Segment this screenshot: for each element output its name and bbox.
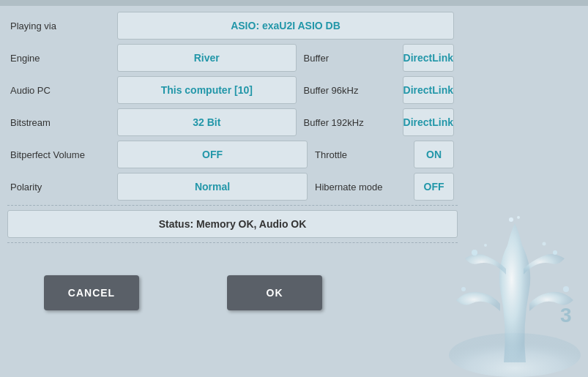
- hibernate-value[interactable]: OFF: [414, 173, 454, 201]
- main-container: Playing via ASIO: exaU2I ASIO DB Engine …: [0, 0, 588, 377]
- buffer192-right: Buffer 192kHz DirectLink: [297, 108, 454, 136]
- hibernate-right: Hibernate mode OFF: [308, 173, 454, 201]
- bitperfect-left: Bitperfect Volume OFF: [7, 141, 308, 168]
- svg-point-7: [484, 244, 487, 247]
- audio-pc-label: Audio PC: [7, 85, 117, 96]
- svg-text:3: 3: [560, 304, 572, 326]
- status-bar: Status: Memory OK, Audio OK: [7, 210, 458, 238]
- water-splash-decoration: 3: [442, 216, 588, 377]
- engine-label: Engine: [7, 53, 117, 64]
- audio-pc-left: Audio PC This computer [10]: [7, 76, 297, 104]
- content-area: Playing via ASIO: exaU2I ASIO DB Engine …: [0, 6, 461, 253]
- top-bar: [0, 0, 588, 6]
- svg-point-8: [543, 242, 546, 246]
- svg-point-6: [517, 216, 520, 219]
- bitstream-label: Bitstream: [7, 117, 117, 128]
- polarity-row: Polarity Normal Hibernate mode OFF: [7, 173, 454, 201]
- buffer192-value[interactable]: DirectLink: [403, 108, 454, 136]
- divider-bottom: [7, 242, 458, 243]
- buffer96-label: Buffer 96kHz: [297, 85, 403, 96]
- buffer-label: Buffer: [297, 53, 403, 64]
- buffer192-label: Buffer 192kHz: [297, 117, 403, 128]
- bitperfect-value[interactable]: OFF: [117, 141, 308, 168]
- svg-point-3: [461, 287, 466, 291]
- bitstream-value[interactable]: 32 Bit: [117, 108, 297, 136]
- ok-button[interactable]: OK: [227, 275, 322, 310]
- engine-value[interactable]: River: [117, 44, 297, 72]
- bitperfect-row: Bitperfect Volume OFF Throttle ON: [7, 141, 454, 168]
- svg-point-4: [563, 286, 569, 292]
- audio-pc-value[interactable]: This computer [10]: [117, 76, 297, 104]
- bitperfect-label: Bitperfect Volume: [7, 149, 117, 160]
- buffer-value[interactable]: DirectLink: [403, 44, 454, 72]
- svg-point-5: [509, 217, 513, 222]
- throttle-right: Throttle ON: [308, 141, 454, 168]
- buffer-right: Buffer DirectLink: [297, 44, 454, 72]
- throttle-value[interactable]: ON: [414, 141, 454, 168]
- playing-via-value[interactable]: ASIO: exaU2I ASIO DB: [117, 12, 454, 40]
- bitstream-left: Bitstream 32 Bit: [7, 108, 297, 136]
- svg-point-2: [553, 250, 557, 255]
- playing-via-row: Playing via ASIO: exaU2I ASIO DB: [7, 12, 454, 40]
- engine-row: Engine River Buffer DirectLink: [7, 44, 454, 72]
- cancel-button[interactable]: CANCEL: [44, 275, 139, 310]
- throttle-label: Throttle: [308, 149, 414, 160]
- polarity-value[interactable]: Normal: [117, 173, 308, 201]
- bitstream-row: Bitstream 32 Bit Buffer 192kHz DirectLin…: [7, 108, 454, 136]
- engine-left: Engine River: [7, 44, 297, 72]
- polarity-label: Polarity: [7, 182, 117, 193]
- divider-top: [7, 205, 458, 206]
- playing-via-label: Playing via: [7, 20, 117, 31]
- audio-pc-row: Audio PC This computer [10] Buffer 96kHz…: [7, 76, 454, 104]
- polarity-left: Polarity Normal: [7, 173, 308, 201]
- buffer96-value[interactable]: DirectLink: [403, 76, 454, 104]
- buffer96-right: Buffer 96kHz DirectLink: [297, 76, 454, 104]
- hibernate-label: Hibernate mode: [308, 182, 414, 193]
- svg-point-1: [472, 250, 477, 255]
